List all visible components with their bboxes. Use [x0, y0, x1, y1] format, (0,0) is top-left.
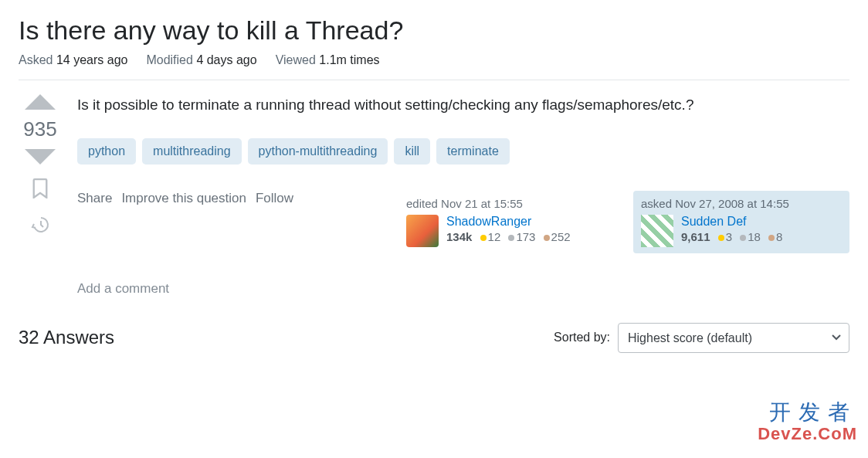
timeline-icon[interactable] [31, 215, 49, 237]
question-meta: Asked 14 years ago Modified 4 days ago V… [19, 53, 849, 80]
tag-kill[interactable]: kill [394, 138, 430, 165]
tag-python[interactable]: python [77, 138, 136, 165]
bronze-badge-icon [544, 235, 550, 241]
viewed-meta: Viewed 1.1m times [276, 53, 380, 67]
vote-column: 935 [19, 94, 62, 237]
bronze-badge-icon [768, 235, 775, 241]
modified-meta: Modified 4 days ago [146, 53, 256, 67]
tag-terminate[interactable]: terminate [436, 138, 510, 165]
question-title: Is there any way to kill a Thread? [19, 15, 849, 46]
silver-badge-icon [508, 235, 514, 241]
post-actions: Share Improve this question Follow [77, 191, 380, 206]
question-body: Is it possible to terminate a running th… [77, 94, 849, 117]
follow-link[interactable]: Follow [256, 191, 293, 206]
asker-card: asked Nov 27, 2008 at 14:55 Sudden Def 9… [633, 191, 849, 253]
upvote-button[interactable] [25, 94, 56, 110]
asker-stats: 9,611 3 18 8 [681, 230, 782, 243]
vote-score: 935 [23, 117, 56, 141]
tag-list: python multithreading python-multithread… [77, 138, 849, 165]
add-comment-link[interactable]: Add a comment [77, 281, 849, 297]
bookmark-icon[interactable] [32, 178, 49, 202]
downvote-button[interactable] [25, 149, 56, 165]
share-link[interactable]: Share [77, 191, 112, 206]
answers-header: 32 Answers [19, 327, 114, 348]
editor-stats: 134k 12 173 252 [446, 230, 571, 243]
improve-link[interactable]: Improve this question [121, 191, 246, 206]
asked-meta: Asked 14 years ago [19, 53, 127, 67]
editor-avatar[interactable] [406, 215, 439, 247]
gold-badge-icon [480, 235, 487, 241]
silver-badge-icon [740, 235, 746, 241]
sort-label: Sorted by: [554, 331, 610, 344]
asker-avatar[interactable] [641, 215, 673, 247]
asker-name-link[interactable]: Sudden Def [681, 215, 782, 229]
sort-select[interactable]: Highest score (default) [618, 323, 849, 353]
tag-python-multithreading[interactable]: python-multithreading [248, 138, 388, 165]
editor-card: edited Nov 21 at 15:55 ShadowRanger 134k… [398, 191, 615, 253]
tag-multithreading[interactable]: multithreading [142, 138, 242, 165]
editor-name-link[interactable]: ShadowRanger [446, 215, 571, 229]
gold-badge-icon [718, 235, 724, 241]
